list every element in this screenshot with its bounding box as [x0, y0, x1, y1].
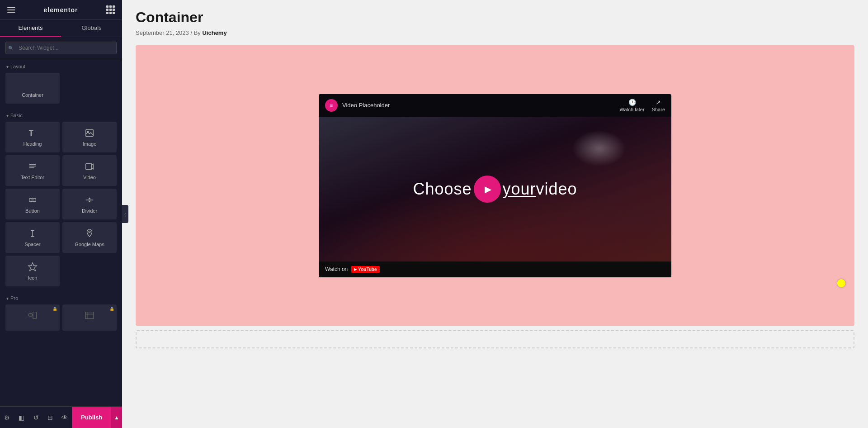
video-center-content: Choose your video	[413, 176, 577, 203]
widget-pro-1[interactable]: 🔒	[5, 304, 60, 331]
publish-button[interactable]: Publish	[72, 407, 111, 428]
watch-on-text: Watch on	[325, 266, 348, 272]
video-icon	[85, 161, 94, 172]
canvas-area[interactable]: ≡ Video Placeholder 🕐 Watch later ↗ Shar…	[136, 45, 854, 326]
svg-point-4	[87, 131, 89, 133]
svg-rect-8	[86, 164, 92, 170]
sidebar-collapse-handle[interactable]: ‹	[122, 205, 128, 223]
widget-container[interactable]: Container	[5, 73, 60, 104]
layers-btn[interactable]: ◧	[14, 407, 29, 428]
elementor-badge: ≡	[325, 99, 338, 112]
pro-widget-1-icon	[28, 310, 38, 322]
widget-video-label: Video	[83, 175, 96, 180]
widget-container-label: Container	[22, 92, 43, 98]
text-editor-icon	[28, 161, 38, 172]
sidebar-scroll: Layout Container Basic T	[0, 59, 122, 428]
video-placeholder-text: Video Placeholder	[342, 102, 390, 109]
section-pro-title[interactable]: Pro	[0, 291, 122, 303]
layout-widgets-grid: Container	[0, 71, 122, 108]
video-text-after: video	[536, 180, 577, 199]
sidebar-tabs: Elements Globals	[0, 20, 122, 37]
widget-pro-2[interactable]: 🔒	[62, 304, 117, 331]
publish-chevron-button[interactable]: ▲	[111, 407, 122, 428]
play-button[interactable]	[474, 176, 501, 203]
app-logo: elementor	[44, 6, 78, 14]
youtube-badge: YouTube	[351, 266, 379, 273]
watch-later-icon: 🕐	[628, 99, 636, 106]
dashed-placeholder-area[interactable]	[136, 330, 854, 348]
basic-widgets-grid: T Heading Image	[0, 120, 122, 291]
tab-elements[interactable]: Elements	[0, 20, 61, 37]
svg-marker-18	[28, 263, 37, 271]
widget-google-maps-label: Google Maps	[75, 242, 104, 247]
sidebar: elementor Elements Globals Layout	[0, 0, 122, 428]
svg-point-17	[89, 231, 90, 233]
widget-video[interactable]: Video	[62, 155, 117, 186]
page-meta: September 21, 2023 / By Uichemy	[136, 29, 854, 36]
svg-rect-19	[29, 314, 32, 316]
bottom-bar: ⚙ ◧ ↺ ⊟ 👁 Publish ▲	[0, 406, 122, 428]
svg-rect-20	[33, 312, 36, 319]
preview-btn[interactable]: 👁	[57, 407, 72, 428]
widget-heading[interactable]: T Heading	[5, 122, 60, 152]
widget-icon[interactable]: Icon	[5, 256, 60, 286]
responsive-btn[interactable]: ⊟	[43, 407, 57, 428]
hamburger-menu[interactable]	[7, 7, 15, 13]
pro-widget-2-icon	[85, 310, 94, 322]
video-text-before: Choose	[413, 180, 472, 199]
widget-image-label: Image	[83, 141, 97, 147]
icon-icon	[28, 262, 38, 272]
widget-divider[interactable]: Divider	[62, 189, 117, 219]
pro-widgets-grid: 🔒 🔒	[0, 303, 122, 335]
video-top-right: 🕐 Watch later ↗ Share	[619, 99, 665, 112]
history-btn[interactable]: ↺	[29, 407, 43, 428]
divider-icon	[85, 195, 94, 205]
widget-google-maps[interactable]: Google Maps	[62, 222, 117, 253]
svg-text:T: T	[29, 129, 33, 137]
video-top-bar: ≡ Video Placeholder 🕐 Watch later ↗ Shar…	[319, 94, 671, 117]
widget-divider-label: Divider	[82, 208, 97, 214]
widget-icon-label: Icon	[28, 275, 38, 281]
meta-date: September 21, 2023	[136, 29, 189, 36]
video-widget[interactable]: ≡ Video Placeholder 🕐 Watch later ↗ Shar…	[319, 94, 671, 277]
widget-spacer-label: Spacer	[25, 242, 41, 247]
heading-icon: T	[28, 128, 38, 138]
share-btn[interactable]: ↗ Share	[652, 99, 665, 112]
widget-button-label: Button	[25, 208, 40, 214]
svg-marker-13	[88, 201, 91, 203]
maps-icon	[85, 228, 94, 239]
search-input[interactable]	[5, 42, 117, 54]
video-text-underlined: your	[503, 180, 536, 199]
meta-separator: /	[190, 29, 193, 36]
watch-later-label: Watch later	[619, 107, 644, 112]
video-main-area[interactable]: Choose your video	[319, 117, 671, 262]
widget-heading-label: Heading	[24, 141, 42, 147]
grid-menu-icon[interactable]	[106, 5, 115, 14]
share-icon: ↗	[656, 99, 661, 106]
video-top-left: ≡ Video Placeholder	[325, 99, 390, 112]
youtube-label: YouTube	[358, 267, 377, 272]
main-content: Container September 21, 2023 / By Uichem…	[122, 0, 868, 428]
settings-btn[interactable]: ⚙	[0, 407, 14, 428]
lock-icon-2: 🔒	[109, 307, 114, 311]
section-layout-title[interactable]: Layout	[0, 59, 122, 71]
video-glare	[572, 130, 626, 166]
widget-image[interactable]: Image	[62, 122, 117, 152]
meta-author: Uichemy	[202, 29, 226, 36]
svg-rect-21	[85, 312, 94, 319]
widget-text-editor[interactable]: Text Editor	[5, 155, 60, 186]
sidebar-header: elementor	[0, 0, 122, 20]
page-title: Container	[136, 9, 854, 26]
widget-spacer[interactable]: Spacer	[5, 222, 60, 253]
watch-later-btn[interactable]: 🕐 Watch later	[619, 99, 644, 112]
section-basic-title[interactable]: Basic	[0, 108, 122, 120]
image-icon	[85, 128, 94, 138]
lock-icon-1: 🔒	[52, 307, 57, 311]
video-bottom-bar: Watch on YouTube	[319, 262, 671, 277]
svg-marker-12	[88, 198, 91, 200]
spacer-icon	[28, 228, 38, 239]
search-box	[0, 37, 122, 59]
widget-text-editor-label: Text Editor	[21, 175, 44, 180]
widget-button[interactable]: Button	[5, 189, 60, 219]
tab-globals[interactable]: Globals	[61, 20, 122, 37]
